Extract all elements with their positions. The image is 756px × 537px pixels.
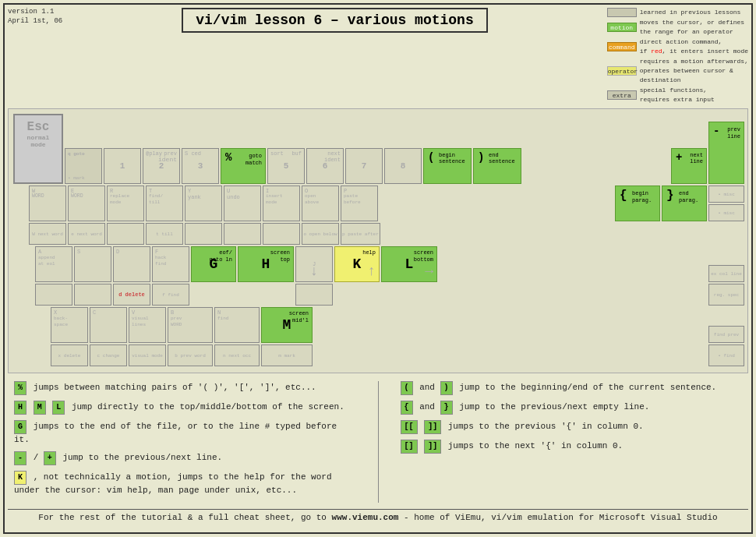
key-misc-1[interactable]: • misc: [708, 185, 744, 203]
key-j-lower[interactable]: [295, 284, 333, 306]
key-y-lower[interactable]: [185, 223, 222, 245]
key-b-lower[interactable]: b prev word: [168, 344, 213, 366]
key-o-lower[interactable]: o open below: [302, 223, 339, 245]
title: vi/vim lesson 6 – various motions: [182, 8, 487, 33]
key-find-prev[interactable]: find prev: [708, 326, 744, 343]
legend-row-3: command direct action command,if red, it…: [607, 37, 748, 56]
key-I[interactable]: I insert mode: [263, 185, 300, 221]
key-V[interactable]: V visual lines: [129, 307, 166, 343]
desc-percent: % jumps between matching pairs of '( )',…: [14, 381, 356, 395]
row-3: A append at eol S D F h: [12, 246, 744, 282]
header: version 1.1 April 1st, 06 vi/vim lesson …: [8, 8, 748, 105]
legend-row-2: motion moves the cursor, or definesthe r…: [607, 18, 748, 37]
descriptions: % jumps between matching pairs of '( )',…: [8, 378, 748, 506]
desc-HML: H M L jump directly to the top/middle/bo…: [14, 401, 356, 415]
legend: learned in previous lessons motion moves…: [607, 8, 748, 105]
key-c-lower[interactable]: c change: [90, 344, 127, 366]
key-a-lower[interactable]: [35, 284, 72, 306]
key-X[interactable]: X back- space: [51, 307, 88, 343]
key-ex-col-line[interactable]: ex col line: [708, 265, 744, 282]
key-1[interactable]: 1: [104, 148, 141, 184]
key-T[interactable]: T find/ till: [146, 185, 183, 221]
legend-box-operator: operator: [607, 66, 637, 76]
misc-col: • misc • misc: [708, 185, 744, 221]
key-R[interactable]: R replace mode: [107, 185, 144, 221]
desc-curlies: { and } jump to the previous/next empty …: [401, 401, 743, 415]
key-reg-spec[interactable]: reg. spec: [708, 284, 744, 306]
footer: For the rest of the tutorial & a full ch…: [8, 509, 748, 525]
key-6[interactable]: next ident 6: [306, 148, 344, 184]
key-e-lower[interactable]: e next word: [68, 223, 105, 245]
key-K[interactable]: K help ↑: [334, 246, 380, 282]
desc-left: % jumps between matching pairs of '( )',…: [14, 381, 356, 503]
desc-brackets-close: [] ]] jumps to the next '{' in column 0.: [401, 440, 743, 454]
key-M[interactable]: M screen mid'l: [261, 307, 313, 343]
legend-row-4: operator requires a motion afterwards,op…: [607, 57, 748, 85]
legend-box-motion: motion: [607, 23, 637, 32]
legend-box-extra: extra: [607, 90, 637, 100]
desc-divider: [378, 381, 379, 503]
desc-G: G jumps to the end of the file, or to th…: [14, 420, 356, 446]
legend-row-1: learned in previous lessons: [607, 8, 748, 17]
key-3[interactable]: S ced 3: [182, 148, 219, 184]
key-w-lower[interactable]: W next word: [29, 223, 66, 245]
key-paren-close[interactable]: ) end sentence: [473, 148, 521, 184]
key-W-upper[interactable]: W WORD: [29, 185, 66, 221]
key-paren-open[interactable]: ( begin sentence: [423, 148, 472, 184]
desc-parens: ( and ) jump to the beginning/end of the…: [401, 381, 743, 395]
key-i-lower[interactable]: [263, 223, 300, 245]
key-m-lower[interactable]: m mark: [261, 344, 313, 366]
key-U[interactable]: U undo: [224, 185, 261, 221]
key-Y[interactable]: Y yank: [185, 185, 222, 221]
row-2: W WORD E WORD R replace mode: [12, 185, 744, 221]
key-u-lower[interactable]: [224, 223, 261, 245]
row-4: X back- space C V visual lines: [12, 307, 744, 343]
key-n-lower[interactable]: n next occ: [214, 344, 260, 366]
key-esc[interactable]: Esc normal mode: [13, 114, 63, 184]
desc-brackets-open: [[ ]] jumps to the previous '{' in colum…: [401, 420, 743, 434]
key-O[interactable]: O open above: [302, 185, 339, 221]
key-7[interactable]: 7: [345, 148, 383, 184]
key-N[interactable]: N find: [214, 307, 260, 343]
key-minus[interactable]: - prev line: [708, 122, 744, 184]
key-v-lower[interactable]: visual mode: [129, 344, 166, 366]
key-J[interactable]: J ↓: [295, 246, 333, 282]
row-1: Esc normal mode q goto • mark 1 @pla: [12, 114, 744, 184]
key-curly-close[interactable]: } end parag.: [662, 185, 707, 221]
key-L[interactable]: L screen bottom →: [381, 246, 437, 282]
row-3b: d delete f find reg. spec: [12, 284, 744, 306]
key-d-lower[interactable]: d delete: [113, 284, 150, 306]
key-x-lower[interactable]: x delete: [51, 344, 88, 366]
key-s-lower[interactable]: [74, 284, 111, 306]
row-2b: W next word e next word t till o open be…: [12, 223, 744, 245]
legend-row-5: extra special functions,requires extra i…: [607, 86, 748, 104]
key-S[interactable]: S: [74, 246, 111, 282]
key-B[interactable]: B prev WORD: [168, 307, 213, 343]
keyboard: Esc normal mode q goto • mark 1 @pla: [8, 108, 748, 373]
legend-box-command: command: [607, 42, 637, 51]
key-F[interactable]: F hack find: [152, 246, 189, 282]
key-find[interactable]: • find: [708, 344, 744, 366]
desc-minus-plus: - / + jump to the previous/next line.: [14, 451, 356, 465]
key-8[interactable]: 8: [384, 148, 422, 184]
key-A[interactable]: A append at eol: [35, 246, 72, 282]
key-curly-open[interactable]: { begin parag.: [615, 185, 660, 221]
key-G[interactable]: G eof/ goto ln: [191, 246, 236, 282]
key-plus[interactable]: + next line: [671, 148, 707, 184]
main-container: version 1.1 April 1st, 06 vi/vim lesson …: [3, 3, 753, 534]
key-2[interactable]: @play prev ident 2: [143, 148, 180, 184]
key-C[interactable]: C: [90, 307, 127, 343]
key-p-lower[interactable]: p paste after: [341, 223, 380, 245]
key-misc-2[interactable]: • misc: [708, 204, 744, 221]
key-E-upper[interactable]: E WORD: [68, 185, 105, 221]
key-1-row-filler: q goto • mark: [65, 148, 102, 184]
key-D[interactable]: D: [113, 246, 150, 282]
key-H[interactable]: H screen top: [238, 246, 294, 282]
key-5[interactable]: sort buf 5: [267, 148, 305, 184]
row-4b: x delete c change visual mode b prev wor…: [12, 344, 744, 366]
key-f-lower[interactable]: f find: [152, 284, 189, 306]
key-r-lower[interactable]: [107, 223, 144, 245]
key-t-lower[interactable]: t till: [146, 223, 183, 245]
key-percent[interactable]: % goto match: [221, 148, 266, 184]
key-P[interactable]: P paste before: [341, 185, 378, 221]
